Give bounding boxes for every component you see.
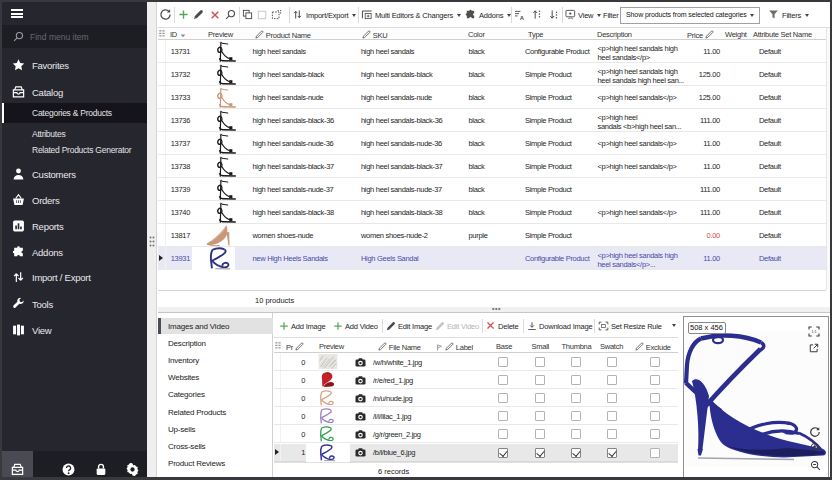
svg-text:A: A [520, 14, 525, 19]
svg-text:1:1: 1:1 [811, 330, 816, 334]
